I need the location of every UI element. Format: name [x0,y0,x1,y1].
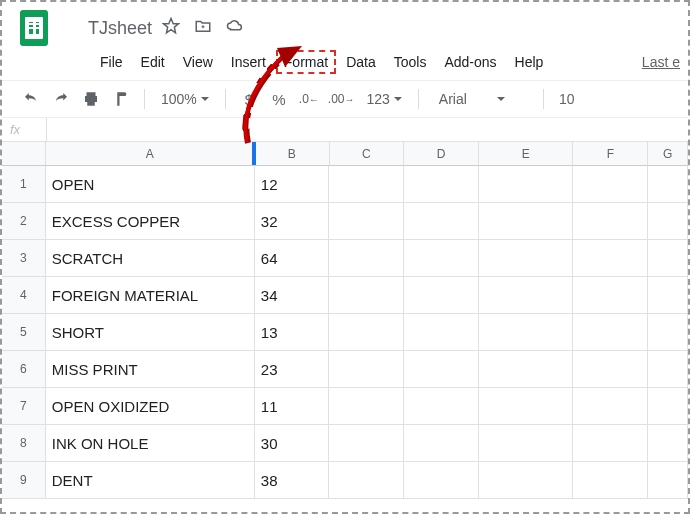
star-icon[interactable] [162,17,180,39]
cell[interactable] [404,388,479,425]
cloud-status-icon[interactable] [226,17,244,39]
row-number[interactable]: 8 [2,425,46,462]
number-format-select[interactable]: 123 [363,91,406,107]
cell[interactable]: OPEN [46,166,255,203]
cell[interactable] [404,425,479,462]
cell[interactable] [573,240,648,277]
percent-button[interactable]: % [268,87,290,111]
move-folder-icon[interactable] [194,17,212,39]
row-number[interactable]: 1 [2,166,46,203]
cell[interactable] [404,351,479,388]
row-number[interactable]: 3 [2,240,46,277]
menu-help[interactable]: Help [507,50,552,74]
cell[interactable]: 34 [255,277,330,314]
cell[interactable] [479,314,574,351]
cell[interactable] [404,314,479,351]
cell[interactable] [573,166,648,203]
row-number[interactable]: 9 [2,462,46,499]
increase-decimal-button[interactable]: .00→ [328,87,355,111]
cell[interactable] [648,351,688,388]
cell[interactable] [329,314,404,351]
row-number[interactable]: 5 [2,314,46,351]
cell[interactable] [648,462,688,499]
row-number[interactable]: 6 [2,351,46,388]
column-header-g[interactable]: G [648,142,688,166]
cell[interactable] [404,203,479,240]
row-number[interactable]: 4 [2,277,46,314]
cell[interactable] [329,351,404,388]
cell[interactable] [479,351,574,388]
cell[interactable] [404,240,479,277]
row-number[interactable]: 2 [2,203,46,240]
cell[interactable] [573,425,648,462]
column-header-c[interactable]: C [330,142,405,166]
cell[interactable]: 38 [255,462,330,499]
cell[interactable]: MISS PRINT [46,351,255,388]
cell[interactable] [573,462,648,499]
cell[interactable] [648,166,688,203]
cell[interactable] [479,425,574,462]
cell[interactable] [648,203,688,240]
font-select[interactable]: Arial [431,91,531,107]
cell[interactable]: SHORT [46,314,255,351]
menu-data[interactable]: Data [338,50,384,74]
menu-file[interactable]: File [92,50,131,74]
cell[interactable] [648,425,688,462]
select-all-corner[interactable] [2,142,46,166]
menu-view[interactable]: View [175,50,221,74]
cell[interactable]: FOREIGN MATERIAL [46,277,255,314]
cell[interactable] [329,425,404,462]
cell[interactable] [573,314,648,351]
currency-button[interactable]: $ [238,87,260,111]
last-edit-link[interactable]: Last e [642,54,680,70]
cell[interactable] [479,166,574,203]
redo-button[interactable] [50,87,72,111]
cell[interactable]: SCRATCH [46,240,255,277]
cell[interactable] [404,277,479,314]
column-header-a[interactable]: A [46,142,255,166]
column-header-d[interactable]: D [404,142,479,166]
document-title[interactable]: TJsheet [58,18,152,39]
cell[interactable] [573,277,648,314]
cell[interactable] [573,351,648,388]
cell[interactable]: 12 [255,166,330,203]
menu-insert[interactable]: Insert [223,50,274,74]
cell[interactable] [479,388,574,425]
cell[interactable] [479,240,574,277]
cell[interactable] [648,314,688,351]
cell[interactable]: 13 [255,314,330,351]
cell[interactable] [479,277,574,314]
cell[interactable] [404,462,479,499]
menu-tools[interactable]: Tools [386,50,435,74]
formula-input[interactable] [46,118,688,141]
cell[interactable] [573,388,648,425]
cell[interactable] [329,203,404,240]
cell[interactable] [648,388,688,425]
zoom-select[interactable]: 100% [157,91,213,107]
font-size-input[interactable]: 10 [556,87,578,111]
cell[interactable]: INK ON HOLE [46,425,255,462]
decrease-decimal-button[interactable]: .0← [298,87,320,111]
cell[interactable] [329,388,404,425]
column-header-e[interactable]: E [479,142,574,166]
cell[interactable] [329,240,404,277]
cell[interactable] [648,240,688,277]
cell[interactable] [329,277,404,314]
menu-format[interactable]: Format [276,50,336,74]
cell[interactable] [479,462,574,499]
cell[interactable]: 30 [255,425,330,462]
cell[interactable] [329,166,404,203]
cell[interactable] [648,277,688,314]
cell[interactable] [329,462,404,499]
cell[interactable]: EXCESS COPPER [46,203,255,240]
menu-addons[interactable]: Add-ons [436,50,504,74]
cell[interactable]: 23 [255,351,330,388]
cell[interactable]: OPEN OXIDIZED [46,388,255,425]
print-button[interactable] [80,87,102,111]
sheets-logo-icon[interactable] [20,10,48,46]
menu-edit[interactable]: Edit [133,50,173,74]
cell[interactable]: 11 [255,388,330,425]
cell[interactable] [479,203,574,240]
cell[interactable] [404,166,479,203]
paint-format-button[interactable] [110,87,132,111]
